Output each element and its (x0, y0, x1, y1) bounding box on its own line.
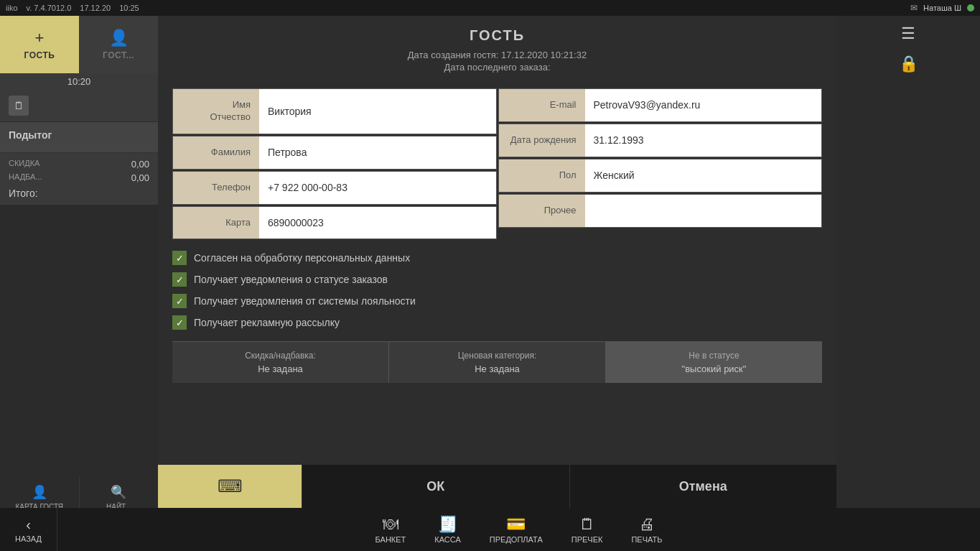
modal-cancel-button[interactable]: Отмена (570, 465, 837, 508)
loyalty-notify-checkbox[interactable]: ✓ (172, 294, 187, 308)
keyboard-icon: ⌨ (218, 476, 243, 496)
sidebar-receipt-icon-row[interactable]: 🗒 (0, 90, 158, 122)
checkboxes-area: ✓ Согласен на обработку персональных дан… (172, 251, 822, 330)
sidebar-discount-area: СКИДКА 0,00 НАДБА... 0,00 Итого: (0, 153, 158, 205)
kassa-nav-item[interactable]: 🧾 КАССА (434, 515, 461, 544)
total-label: Итого: (9, 187, 38, 199)
birthday-value[interactable]: 31.12.1993 (585, 124, 822, 157)
right-sidebar: ☰ 🔒 ОК (836, 16, 980, 551)
form-row-surname: Фамилия Петрова (172, 136, 497, 170)
gender-value[interactable]: Женский (585, 159, 822, 192)
right-form-col: E-mail PetrovaV93@yandex.ru Дата рождени… (498, 88, 823, 239)
modal-last-order: Дата последнего заказа: (158, 62, 836, 73)
status-dot (967, 4, 974, 11)
find-icon: 🔍 (111, 484, 126, 500)
sidebar-subtotal-area: Подытог (0, 122, 158, 153)
top-bar: iiko v. 7.4.7012.0 17.12.20 10:25 (0, 0, 980, 16)
form-row-other: Прочее (498, 194, 823, 228)
modal-footer: ⌨ ОК Отмена (158, 465, 836, 508)
bottom-nav-items: 🍽 БАНКЕТ 🧾 КАССА 💳 ПРЕДОПЛАТА 🗒 ПРЕЧЕК 🖨… (57, 515, 980, 544)
app-name: iiko (6, 4, 18, 12)
prechek-nav-item[interactable]: 🗒 ПРЕЧЕК (571, 515, 603, 544)
other-value[interactable] (585, 195, 822, 227)
left-sidebar: + ГОСТЬ 👤 ГОСТ... 10:20 🗒 Подытог СКИДКА… (0, 16, 158, 551)
checkbox-row-loyalty-notify: ✓ Получает уведомления от системы лояльн… (172, 294, 822, 308)
modal-ok-label: ОК (426, 479, 444, 494)
sidebar-time: 10:20 (0, 73, 158, 90)
modal-cancel-label: Отмена (679, 479, 727, 494)
guest2-icon: 👤 (109, 29, 129, 47)
modal-ok-button[interactable]: ОК (302, 465, 570, 508)
bottom-nav: ‹ НАЗАД 🍽 БАНКЕТ 🧾 КАССА 💳 ПРЕДОПЛАТА 🗒 … (0, 508, 980, 551)
banquet-icon: 🍽 (383, 515, 398, 534)
card-label: Карта (173, 207, 259, 239)
sidebar-tab-guest1[interactable]: + ГОСТЬ (0, 16, 79, 73)
form-row-name: Имя Отчество Виктория (172, 88, 497, 134)
risk-status-label: Не в статусе (613, 351, 815, 361)
loyalty-notify-label: Получает уведомления от системы лояльнос… (194, 295, 416, 307)
banquet-nav-item[interactable]: 🍽 БАНКЕТ (375, 515, 406, 544)
checkbox-row-promo: ✓ Получает рекламную рассылку (172, 315, 822, 330)
email-label: E-mail (499, 89, 585, 121)
other-label: Прочее (499, 195, 585, 227)
markup-label: НАДБА... (9, 172, 42, 183)
predoplata-nav-item[interactable]: 💳 ПРЕДОПЛАТА (490, 515, 543, 544)
print-icon: 🖨 (639, 515, 655, 534)
promo-label: Получает рекламную рассылку (194, 317, 340, 328)
hamburger-menu-icon[interactable]: ☰ (901, 24, 915, 43)
modal-create-date: Дата создания гостя: 17.12.2020 10:21:32 (158, 50, 836, 60)
order-notify-label: Получает уведомления о статусе заказов (194, 274, 388, 285)
prechek-icon: 🗒 (579, 515, 595, 534)
guest1-icon: + (35, 29, 45, 47)
kassa-label: КАССА (434, 535, 461, 544)
form-row-email: E-mail PetrovaV93@yandex.ru (498, 88, 823, 122)
predoplata-icon: 💳 (506, 515, 526, 534)
back-arrow-icon: ‹ (26, 517, 31, 533)
guest-modal: ГОСТЬ Дата создания гостя: 17.12.2020 10… (158, 16, 836, 508)
current-date: 17.12.20 (80, 4, 111, 12)
discount-info-value: Не задана (179, 364, 381, 374)
left-form-col: Имя Отчество Виктория Фамилия Петрова Те… (172, 88, 497, 239)
form-row-birthday: Дата рождения 31.12.1993 (498, 124, 823, 157)
consent-label: Согласен на обработку персональных данны… (194, 252, 410, 264)
sidebar-tab-guest2[interactable]: 👤 ГОСТ... (79, 16, 158, 73)
order-notify-checkbox[interactable]: ✓ (172, 272, 187, 287)
keyboard-button[interactable]: ⌨ (158, 465, 302, 508)
current-time: 10:25 (119, 4, 139, 12)
surname-value[interactable]: Петрова (259, 136, 496, 169)
risk-status-value: "высокий риск" (613, 364, 815, 374)
user-name: Наташа Ш (923, 4, 961, 12)
name-value[interactable]: Виктория (259, 89, 496, 134)
modal-body: Имя Отчество Виктория Фамилия Петрова Те… (158, 80, 836, 465)
sidebar-tab-guest1-label: ГОСТЬ (24, 50, 55, 60)
name-label: Имя Отчество (173, 89, 259, 134)
card-value[interactable]: 6890000023 (259, 207, 496, 239)
price-category-label: Ценовая категория: (396, 351, 598, 361)
kassa-icon: 🧾 (438, 515, 457, 534)
bottom-info-strip: Скидка/надбавка: Не задана Ценовая катег… (172, 341, 822, 383)
markup-value: 0,00 (131, 172, 149, 183)
surname-label: Фамилия (173, 136, 259, 169)
sidebar-tab-guest2-label: ГОСТ... (103, 50, 134, 60)
email-value[interactable]: PetrovaV93@yandex.ru (585, 89, 822, 121)
mail-icon: ✉ (910, 3, 918, 13)
promo-checkbox[interactable]: ✓ (172, 315, 187, 330)
phone-value[interactable]: +7 922 000-00-83 (259, 172, 496, 204)
discount-info-cell: Скидка/надбавка: Не задана (172, 342, 389, 383)
phone-label: Телефон (173, 172, 259, 204)
lock-icon[interactable]: 🔒 (899, 55, 918, 73)
form-row-phone: Телефон +7 922 000-00-83 (172, 171, 497, 205)
app-version: v. 7.4.7012.0 (27, 4, 72, 12)
card-icon: 👤 (32, 484, 47, 500)
consent-checkbox[interactable]: ✓ (172, 251, 187, 265)
back-button[interactable]: ‹ НАЗАД (0, 508, 57, 551)
checkbox-row-order-notify: ✓ Получает уведомления о статусе заказов (172, 272, 822, 287)
predoplata-label: ПРЕДОПЛАТА (490, 535, 543, 544)
prechek-label: ПРЕЧЕК (571, 535, 603, 544)
form-grid: Имя Отчество Виктория Фамилия Петрова Те… (172, 88, 822, 239)
birthday-label: Дата рождения (499, 124, 585, 157)
checkbox-row-consent: ✓ Согласен на обработку персональных дан… (172, 251, 822, 265)
print-nav-item[interactable]: 🖨 ПЕЧАТЬ (631, 515, 662, 544)
price-category-value: Не задана (396, 364, 598, 374)
sidebar-tabs: + ГОСТЬ 👤 ГОСТ... (0, 16, 158, 73)
